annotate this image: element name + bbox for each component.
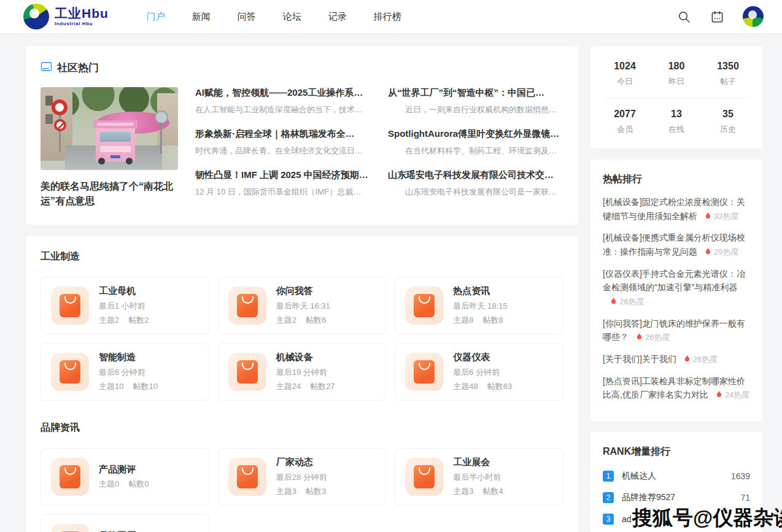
rank-user-name: 机械达人 (622, 471, 731, 482)
rank-title: RANK增量排行 (603, 445, 750, 458)
board-name: 工业展会 (453, 457, 503, 468)
shopping-bag-icon (51, 524, 89, 532)
board-name: 你问我答 (276, 285, 330, 297)
rank-row[interactable]: 3 admin 32 (603, 514, 750, 525)
article-title[interactable]: 山东瑶安电子科技发展有限公司技术交… (388, 169, 563, 181)
shopping-bag-icon (405, 353, 443, 391)
featured-article-title[interactable]: 美的联名马思纯搞了个“南花北运”有点意思 (41, 179, 178, 209)
flame-icon (636, 331, 643, 339)
forum-stats-panel: 1024今日 180昨日 1350帖子 2077会员 13在线 35历史 (590, 46, 762, 148)
board-name: 机械设备 (276, 352, 335, 363)
rank-row[interactable]: 2 品牌推荐9527 71 (603, 492, 750, 503)
logo-title: 工业Hbu (55, 7, 109, 20)
rank-badge: 1 (603, 471, 614, 482)
nav-item-news[interactable]: 新闻 (192, 11, 211, 23)
board-industrial-machine[interactable]: 工业母机 最后1 小时前 主题2帖数2 (41, 277, 209, 334)
user-avatar[interactable] (743, 6, 764, 27)
board-grid-brand: 产品测评 主题0帖数0 厂家动态 最后28 分钟前 主题3帖数3 (41, 448, 563, 532)
nav-item-ranking[interactable]: 排行榜 (374, 11, 401, 23)
rank-user-value: 71 (740, 493, 750, 503)
forum-sections-card: 工业制造 工业母机 最后1 小时前 主题2帖数2 你问我答 (26, 236, 578, 532)
flame-icon (610, 295, 617, 303)
hot-post-item[interactable]: [仪器仪表]手持式合金元素光谱仪：冶金检测领域的“加速引擎”与精准利器26热度 (603, 267, 750, 309)
article-item[interactable]: 形象焕新·启程全球｜格林凯瑞发布全… 时代奔涌，品牌长青。在全球经济文化交流日… (195, 128, 371, 156)
flame-icon (705, 210, 711, 218)
stat-history: 35历史 (702, 109, 754, 135)
logo-icon (23, 4, 49, 29)
article-item[interactable]: SpotlightAurora傅里叶变换红外显微镜… 在当代材料科学、制药工程、… (388, 128, 563, 156)
article-title[interactable]: 形象焕新·启程全球｜格林凯瑞发布全… (195, 128, 371, 140)
section-title-brand: 品牌资讯 (41, 422, 563, 434)
board-stats: 主题0帖数0 (99, 479, 149, 490)
board-stats: 主题8帖数8 (453, 315, 507, 326)
board-name: 工业母机 (99, 285, 149, 297)
board-factory-news[interactable]: 厂家动态 最后28 分钟前 主题3帖数3 (218, 448, 387, 506)
board-instruments[interactable]: 仪器仪表 最后6 分钟前 主题48帖数63 (395, 343, 563, 401)
hot-post-item[interactable]: [关于我们]关于我们26热度 (603, 352, 750, 366)
board-machinery[interactable]: 机械设备 最后19 分钟前 主题24帖数27 (218, 343, 387, 401)
hot-posts-panel: 热帖排行 [机械设备]固定式粉尘浓度检测仪：关键细节与使用须知全解析33热度 [… (590, 160, 762, 421)
board-industry-expo[interactable]: 工业展会 最后半小时前 主题3帖数4 (395, 448, 563, 506)
board-last-post: 最后6 分钟前 (453, 367, 512, 378)
hot-post-item[interactable]: [机械设备]便携式重金属分析仪现场校准：操作指南与常见问题29热度 (603, 231, 750, 258)
rank-panel: RANK增量排行 1 机械达人 1639 2 品牌推荐9527 71 3 adm… (590, 432, 762, 532)
hot-post-item[interactable]: [你问我答]龙门铣床的维护保养一般有哪些？26热度 (603, 317, 750, 344)
article-title[interactable]: AI赋能，智控领航——2025工业操作系… (195, 87, 371, 99)
community-hot-title: 社区热门 (57, 61, 99, 75)
board-last-post: 最后昨天 16:31 (276, 301, 330, 312)
heat-value: 33热度 (714, 212, 738, 221)
board-hot-news[interactable]: 热点资讯 最后昨天 18:15 主题8帖数8 (395, 277, 563, 334)
nav-item-forum[interactable]: 论坛 (283, 11, 301, 23)
nav-item-qa[interactable]: 问答 (238, 11, 256, 23)
calendar-icon[interactable] (710, 9, 724, 24)
community-hot-card: 社区热门 美的联名马思纯搞了个“南花北运”有点意思 (26, 46, 578, 225)
board-name: 智能制造 (99, 352, 158, 363)
logo-subtitle: Industrial Hbu (55, 21, 109, 26)
site-logo[interactable]: 工业Hbu Industrial Hbu (23, 4, 109, 29)
board-last-post: 最后半小时前 (453, 472, 503, 483)
rank-row[interactable]: 1 机械达人 1639 (603, 471, 750, 482)
section-title-industry: 工业制造 (41, 250, 563, 263)
heat-value: 26热度 (693, 355, 718, 364)
article-title[interactable]: 韧性凸显！IMF 上调 2025 中国经济预期… (195, 169, 371, 181)
board-last-post: 最后1 小时前 (99, 301, 149, 312)
board-stats: 主题24帖数27 (276, 381, 335, 392)
main-nav: 门户 新闻 问答 论坛 记录 排行榜 (147, 11, 401, 23)
flame-icon (705, 245, 711, 253)
heat-value: 26热度 (619, 297, 644, 306)
heat-value: 24热度 (725, 390, 749, 399)
nav-item-records[interactable]: 记录 (328, 11, 347, 23)
board-smart-manufacturing[interactable]: 智能制造 最后6 分钟前 主题10帖数10 (41, 343, 209, 401)
flame-icon (684, 353, 691, 361)
article-item[interactable]: 韧性凸显！IMF 上调 2025 中国经济预期… 12 月 10 日，国际货币基… (195, 169, 371, 198)
article-summary: 在人工智能与工业制造深度融合的当下，技术… (195, 104, 371, 115)
featured-article[interactable]: 美的联名马思纯搞了个“南花北运”有点意思 (41, 87, 178, 209)
board-stats: 主题3帖数4 (453, 486, 503, 497)
article-summary: 山东瑶安电子科技发展有限公司是一家获… (388, 187, 563, 198)
board-name: 产品测评 (99, 464, 149, 476)
flame-icon (716, 388, 722, 396)
top-navigation-bar: 工业Hbu Industrial Hbu 门户 新闻 问答 论坛 记录 排行榜 (0, 0, 782, 34)
shopping-bag-icon (228, 287, 266, 325)
article-item[interactable]: AI赋能，智控领航——2025工业操作系… 在人工智能与工业制造深度融合的当下，… (195, 87, 371, 115)
search-icon[interactable] (676, 9, 691, 24)
board-name: 热点资讯 (453, 285, 507, 297)
board-stats: 主题10帖数10 (99, 381, 158, 392)
board-qa[interactable]: 你问我答 最后昨天 16:31 主题2帖数6 (218, 277, 387, 334)
board-product-review[interactable]: 产品测评 主题0帖数0 (41, 448, 209, 506)
board-stats: 主题2帖数2 (99, 315, 149, 326)
article-title[interactable]: 从“世界工厂”到“智造中枢”：中国已… (388, 87, 563, 99)
article-item[interactable]: 从“世界工厂”到“智造中枢”：中国已… 近日，一则来自行业权威机构的数据悄然… (388, 87, 563, 115)
hot-post-item[interactable]: [机械设备]固定式粉尘浓度检测仪：关键细节与使用须知全解析33热度 (603, 195, 750, 223)
rank-user-name: 品牌推荐9527 (622, 492, 740, 503)
rank-user-value: 1639 (731, 471, 750, 481)
featured-image[interactable] (41, 87, 178, 170)
nav-item-portal[interactable]: 门户 (147, 11, 165, 23)
stat-online: 13在线 (651, 109, 702, 135)
article-title[interactable]: SpotlightAurora傅里叶变换红外显微镜… (388, 128, 563, 140)
stat-today: 1024今日 (599, 61, 651, 87)
hot-post-item[interactable]: [热点资讯]工装检具非标定制哪家性价比高,优质厂家排名实力对比24热度 (603, 374, 750, 402)
article-item[interactable]: 山东瑶安电子科技发展有限公司技术交… 山东瑶安电子科技发展有限公司是一家获… (388, 169, 563, 198)
board-brand-factory[interactable]: 品牌工厂 主题0帖数0 (41, 514, 209, 532)
rank-user-value: 32 (740, 514, 750, 524)
